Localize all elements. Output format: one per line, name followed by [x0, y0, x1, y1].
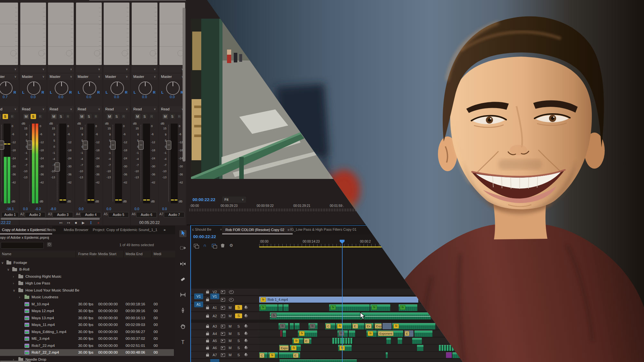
tab-sequence-right[interactable]: IG_Low Pass & High Pass Filters Copy 01 [290, 227, 356, 231]
razor-tool[interactable] [179, 277, 186, 284]
pan-knob[interactable] [55, 81, 68, 95]
ripple-edit-tool[interactable] [179, 261, 186, 268]
solo-button[interactable]: S [170, 114, 175, 119]
clip-row[interactable]: M_10.mp430.00 fps00:00:00:0000:00:18:160… [0, 301, 174, 308]
mixer-horizontal-scrollbar[interactable] [1, 218, 100, 220]
sends-dropdown[interactable]: ∨ [159, 66, 185, 72]
audio-clip[interactable]: C [259, 352, 268, 358]
mute-button[interactable]: M [0, 114, 1, 119]
solo-button[interactable]: S [31, 114, 36, 119]
insert-icon[interactable] [221, 332, 225, 336]
audio-clip[interactable] [280, 330, 282, 337]
clip-row[interactable]: Maya 12.mp430.00 fps00:00:00:0000:00:39:… [0, 308, 174, 314]
slip-tool[interactable] [179, 292, 186, 299]
source-patch[interactable]: A1 [194, 302, 203, 307]
arm-record-button[interactable]: R [38, 114, 43, 119]
lock-icon[interactable] [206, 291, 209, 293]
track-header-a5[interactable]: A5MS [190, 338, 259, 344]
pan-value[interactable]: 0.0 [75, 95, 102, 99]
automation-mode-dropdown[interactable]: Read∨ [159, 106, 185, 112]
lock-icon[interactable] [206, 333, 209, 335]
eye-icon[interactable] [229, 298, 234, 302]
automation-mode-dropdown[interactable]: Read∨ [132, 106, 157, 112]
lock-icon[interactable] [206, 340, 209, 342]
lock-icon[interactable] [206, 326, 209, 328]
lock-icon[interactable] [206, 299, 209, 301]
effects-sends-slot[interactable] [132, 3, 157, 65]
clip-row[interactable]: ME_3.mp430.00 fps00:00:00:0000:00:37:020… [0, 335, 174, 342]
audio-clip[interactable] [386, 338, 391, 344]
audio-clip[interactable] [295, 323, 299, 330]
export-icon[interactable]: ↥ [90, 220, 92, 225]
col-media-end[interactable]: Media End [126, 251, 143, 257]
audio-clip[interactable]: fx [292, 338, 303, 344]
tab-overflow-icon[interactable]: » [164, 226, 166, 234]
sends-dropdown[interactable]: ∨ [132, 66, 157, 72]
stop-icon[interactable]: ■ [75, 220, 77, 225]
insert-icon[interactable] [221, 353, 225, 357]
arm-record-button[interactable]: R [10, 114, 15, 119]
volume-fader[interactable] [27, 141, 32, 150]
output-routing-dropdown[interactable]: Master∨ [48, 74, 74, 80]
solo-button[interactable]: S [235, 332, 242, 336]
tab-sequence-active[interactable]: Rob FOR COLOR (Resolve) Copy 02≡ [222, 226, 293, 234]
lock-icon[interactable] [206, 347, 209, 349]
output-routing-dropdown[interactable]: Master∨ [159, 74, 185, 80]
audio-clip[interactable]: fx [370, 304, 390, 311]
insert-icon[interactable] [221, 314, 225, 318]
eye-icon[interactable] [229, 290, 234, 294]
search-bin-icon[interactable] [47, 242, 52, 247]
output-routing-dropdown[interactable]: Master∨ [104, 74, 129, 80]
mic-icon[interactable] [245, 339, 247, 341]
col-name[interactable]: Name [2, 251, 11, 257]
track-header-a7[interactable]: A7MS [190, 352, 259, 358]
col-media-start[interactable]: Media Start [98, 251, 116, 257]
audio-clip[interactable]: E: [304, 338, 311, 344]
audio-clip[interactable]: fx [336, 323, 351, 330]
mute-button[interactable]: M [229, 324, 232, 328]
lock-icon[interactable] [206, 315, 209, 318]
mute-button[interactable]: M [79, 114, 85, 119]
pan-knob[interactable] [110, 81, 124, 95]
track-name[interactable]: Audio 2 [25, 212, 45, 218]
record-icon[interactable]: ● [97, 220, 99, 225]
arm-record-button[interactable]: R [65, 114, 71, 119]
solo-button[interactable]: S [235, 346, 242, 350]
chevron-down-icon[interactable]: ∨ [13, 287, 15, 294]
col-media-cut[interactable]: Medi [154, 251, 161, 257]
lock-icon[interactable] [206, 354, 209, 357]
selection-tool[interactable] [179, 230, 186, 237]
sends-dropdown[interactable]: ∨ [76, 66, 102, 72]
audio-clip[interactable] [290, 323, 294, 330]
lock-icon[interactable] [206, 307, 209, 309]
chevron-down-icon[interactable]: ∨ [1, 259, 4, 266]
automation-mode-dropdown[interactable]: Read∨ [104, 106, 129, 112]
program-monitor-ruler[interactable]: :00:00 00:00:29:23 00:00:59:22 00:01:29:… [189, 204, 360, 212]
audio-clip[interactable]: fx [399, 304, 417, 311]
track-header-a8[interactable] [190, 359, 259, 362]
track-name[interactable]: Audio 4 [80, 212, 101, 218]
play-in-to-out-icon[interactable]: ↦ [67, 220, 70, 225]
pan-value[interactable]: 0.7 [0, 95, 19, 99]
output-routing-dropdown[interactable]: Master∨ [76, 74, 102, 80]
tab-effects[interactable]: Effects [44, 226, 56, 234]
output-routing-dropdown[interactable]: Master∨ [0, 74, 18, 80]
audio-clip[interactable]: fx [329, 304, 370, 311]
sends-dropdown[interactable]: ∨ [0, 66, 18, 72]
hand-tool[interactable] [179, 324, 186, 331]
mute-button[interactable]: M [135, 114, 140, 119]
timeline-playhead-line[interactable] [342, 240, 343, 362]
solo-button[interactable]: S [235, 353, 242, 357]
volume-fader[interactable] [138, 141, 144, 150]
source-patch[interactable]: V1 [194, 293, 203, 299]
mic-icon[interactable] [245, 332, 247, 334]
solo-button[interactable]: S [235, 305, 242, 310]
audio-clip[interactable] [279, 359, 357, 362]
audio-clip[interactable]: fx [290, 345, 301, 351]
pan-value[interactable]: 0.0 [159, 95, 186, 99]
audio-clip[interactable]: Expo [279, 345, 289, 351]
mute-button[interactable]: M [229, 353, 232, 357]
bin-row[interactable]: ›Choosing Right Music [0, 273, 174, 280]
effects-sends-slot[interactable] [104, 3, 129, 65]
track-header-a3[interactable]: A3MS [190, 323, 259, 330]
